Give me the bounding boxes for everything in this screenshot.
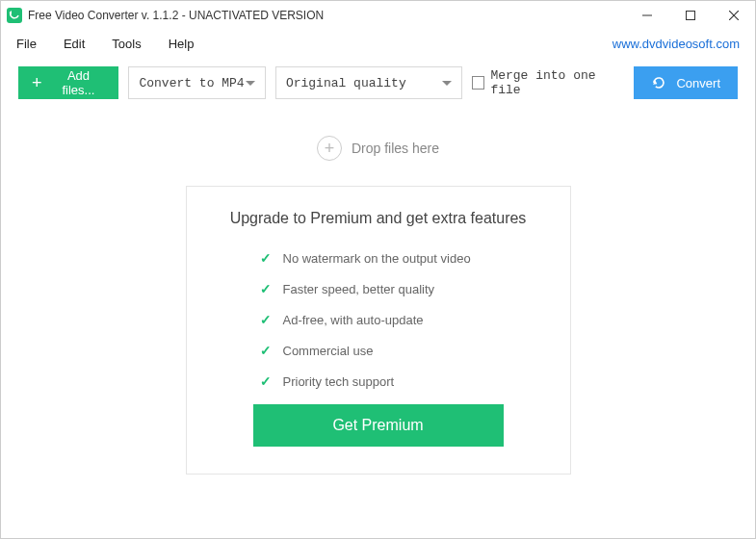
- chevron-down-icon: [246, 81, 255, 86]
- website-link[interactable]: www.dvdvideosoft.com: [613, 37, 740, 51]
- feature-text: Ad-free, with auto-update: [283, 313, 424, 327]
- drop-files-area[interactable]: + Drop files here: [1, 136, 755, 161]
- premium-title: Upgrade to Premium and get extra feature…: [214, 210, 543, 227]
- check-icon: ✓: [260, 312, 272, 327]
- get-premium-button[interactable]: Get Premium: [253, 404, 504, 447]
- format-dropdown[interactable]: Convert to MP4: [128, 66, 265, 99]
- feature-item: ✓ No watermark on the output video: [260, 250, 543, 266]
- toolbar: + Add files... Convert to MP4 Original q…: [1, 57, 755, 109]
- feature-item: ✓ Ad-free, with auto-update: [260, 312, 543, 327]
- check-icon: ✓: [260, 250, 272, 266]
- feature-item: ✓ Commercial use: [260, 343, 543, 358]
- merge-checkbox-wrap[interactable]: Merge into one file: [472, 68, 624, 97]
- check-icon: ✓: [260, 281, 272, 296]
- premium-features-list: ✓ No watermark on the output video ✓ Fas…: [214, 250, 543, 389]
- plus-icon: +: [32, 74, 42, 91]
- check-icon: ✓: [260, 343, 272, 358]
- maximize-button[interactable]: [668, 1, 712, 30]
- titlebar: Free Video Converter v. 1.1.2 - UNACTIVA…: [1, 1, 755, 30]
- drop-hint-label: Drop files here: [352, 141, 439, 156]
- premium-card: Upgrade to Premium and get extra feature…: [186, 186, 571, 475]
- convert-label: Convert: [676, 76, 720, 90]
- format-selected: Convert to MP4: [139, 76, 244, 90]
- menu-tools[interactable]: Tools: [112, 37, 141, 51]
- menu-file[interactable]: File: [16, 37, 37, 51]
- feature-item: ✓ Faster speed, better quality: [260, 281, 543, 296]
- feature-text: Priority tech support: [283, 374, 395, 389]
- close-button[interactable]: [712, 1, 755, 30]
- drop-plus-icon: +: [317, 136, 342, 161]
- merge-checkbox[interactable]: [472, 76, 484, 90]
- quality-selected: Original quality: [286, 76, 406, 90]
- window-controls: [625, 1, 755, 30]
- feature-text: Faster speed, better quality: [283, 282, 435, 296]
- check-icon: ✓: [260, 373, 272, 389]
- add-files-button[interactable]: + Add files...: [18, 66, 118, 99]
- refresh-icon: [651, 75, 666, 90]
- menu-help[interactable]: Help: [169, 37, 195, 51]
- minimize-button[interactable]: [625, 1, 668, 30]
- menu-edit[interactable]: Edit: [64, 37, 85, 51]
- chevron-down-icon: [442, 81, 452, 86]
- window-title: Free Video Converter v. 1.1.2 - UNACTIVA…: [28, 9, 324, 22]
- menubar: File Edit Tools Help www.dvdvideosoft.co…: [1, 30, 755, 57]
- feature-text: No watermark on the output video: [283, 251, 471, 266]
- svg-rect-3: [686, 12, 694, 20]
- svg-rect-0: [7, 8, 22, 23]
- convert-button[interactable]: Convert: [634, 66, 738, 99]
- app-icon: [7, 8, 22, 23]
- merge-label: Merge into one file: [490, 68, 624, 97]
- quality-dropdown[interactable]: Original quality: [275, 66, 462, 99]
- add-files-label: Add files...: [52, 68, 106, 97]
- feature-item: ✓ Priority tech support: [260, 373, 543, 389]
- feature-text: Commercial use: [283, 344, 374, 358]
